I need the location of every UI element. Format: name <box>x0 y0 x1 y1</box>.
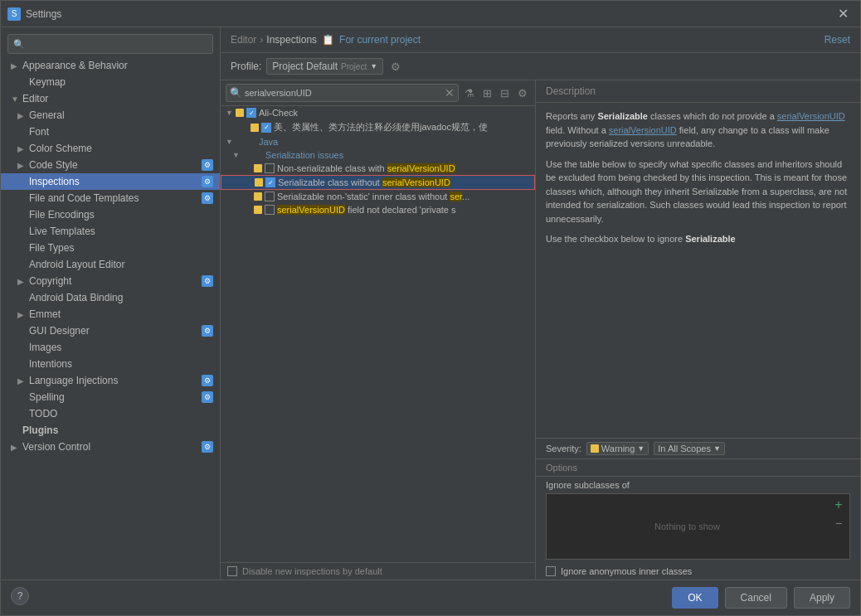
sidebar-item-label: File and Code Templates <box>29 192 139 204</box>
sidebar-item-gui-designer[interactable]: GUI Designer ⚙ <box>1 323 220 339</box>
sidebar-item-file-types[interactable]: File Types <box>1 240 220 256</box>
close-button[interactable]: ✕ <box>833 4 854 23</box>
add-subclass-button[interactable]: + <box>831 497 846 512</box>
sidebar-item-appearance[interactable]: ▶ Appearance & Behavior <box>1 57 220 74</box>
sidebar-item-label: Inspections <box>29 176 80 187</box>
ok-button[interactable]: OK <box>672 587 718 609</box>
severity-select[interactable]: Warning ▼ <box>586 442 649 455</box>
inspection-search-box[interactable]: 🔍 ✕ <box>226 84 459 102</box>
desc-link-serialversionuid-2[interactable]: serialVersionUID <box>609 125 677 135</box>
breadcrumb-tab-icon: 📋 <box>322 34 334 46</box>
sidebar-item-label: Appearance & Behavior <box>22 60 128 71</box>
sidebar-item-copyright[interactable]: ▶ Copyright ⚙ <box>1 273 220 289</box>
sidebar-item-version-control[interactable]: ▶ Version Control ⚙ <box>1 439 220 455</box>
scope-select[interactable]: In All Scopes ▼ <box>654 442 725 455</box>
collapse-all-icon[interactable]: ⊟ <box>498 85 512 101</box>
search-icon: 🔍 <box>230 87 242 99</box>
sidebar-search[interactable]: 🔍 <box>7 34 213 54</box>
ignore-section: Ignore subclasses of Nothing to show + − <box>536 476 860 563</box>
severity-swatch <box>251 124 259 132</box>
sidebar-item-label: File Encodings <box>29 209 95 221</box>
expand-icon: ▼ <box>226 138 236 146</box>
sidebar-item-general[interactable]: ▶ General <box>1 107 220 124</box>
tree-item-ali-note[interactable]: 美、类属性、类方法的注释必须使用javadoc规范，使 <box>221 119 535 135</box>
sidebar-item-images[interactable]: Images <box>1 339 220 356</box>
sidebar-item-file-code-templates[interactable]: File and Code Templates ⚙ <box>1 190 220 206</box>
cancel-button[interactable]: Cancel <box>725 587 787 609</box>
sidebar-item-plugins[interactable]: Plugins <box>1 422 220 439</box>
inspection-panel: 🔍 ✕ ⚗ ⊞ ⊟ ⚙ ▼ <box>221 80 536 580</box>
sidebar-item-label: Android Layout Editor <box>29 259 124 270</box>
panel-header: Editor › Inspections 📋 For current proje… <box>221 27 860 53</box>
sidebar-item-live-templates[interactable]: Live Templates <box>1 223 220 240</box>
expand-icon: ▼ <box>232 151 242 159</box>
profile-select[interactable]: Project Default Project ▼ <box>266 58 383 75</box>
sidebar-item-label: Plugins <box>22 424 58 436</box>
sync-icon[interactable]: ⚙ <box>388 59 403 75</box>
arrow-icon: ▶ <box>17 376 27 386</box>
sidebar-item-language-injections[interactable]: ▶ Language Injections ⚙ <box>1 372 220 389</box>
description-panel: Description Reports any Serializable cla… <box>536 80 860 580</box>
serial-without-checkbox[interactable] <box>265 177 275 187</box>
tree-item-java[interactable]: ▼ Java <box>221 135 535 148</box>
sidebar-item-spelling[interactable]: Spelling ⚙ <box>1 389 220 405</box>
chevron-down-icon: ▼ <box>370 62 377 70</box>
sidebar-item-file-encodings[interactable]: File Encodings <box>1 206 220 223</box>
tree-item-label: Serialization issues <box>265 150 530 160</box>
sidebar-item-label: Live Templates <box>29 226 95 237</box>
sidebar-item-color-scheme[interactable]: ▶ Color Scheme <box>1 140 220 157</box>
tree-item-non-static-inner[interactable]: Serializable non-'static' inner class wi… <box>221 190 535 203</box>
tree-item-ali-check[interactable]: ▼ Ali-Check <box>221 106 535 119</box>
breadcrumb-current: Inspections <box>266 34 317 46</box>
badge-icon: ⚙ <box>202 275 213 287</box>
clear-search-icon[interactable]: ✕ <box>445 87 455 99</box>
arrow-icon: ▶ <box>17 310 27 319</box>
window-title: Settings <box>26 8 833 20</box>
options-label: Options <box>546 463 577 473</box>
reset-button[interactable]: Reset <box>825 34 850 46</box>
sidebar-item-android-data-binding[interactable]: Android Data Binding <box>1 289 220 306</box>
disable-new-checkbox[interactable] <box>227 566 237 576</box>
tree-item-non-serializable[interactable]: Non-serializable class with serialVersio… <box>221 162 535 175</box>
ali-note-checkbox[interactable] <box>261 123 271 133</box>
sidebar-item-editor[interactable]: ▼ Editor <box>1 90 220 107</box>
profile-tag: Project <box>341 62 367 71</box>
sidebar-item-font[interactable]: Font <box>1 124 220 140</box>
desc-strong-serializable: Serializable <box>597 111 648 121</box>
field-not-declared-checkbox[interactable] <box>265 205 275 215</box>
help-button[interactable]: ? <box>11 587 29 605</box>
description-header: Description <box>536 80 860 103</box>
sidebar-item-emmet[interactable]: ▶ Emmet <box>1 306 220 323</box>
filter-icon[interactable]: ⚗ <box>462 85 477 101</box>
arrow-icon: ▼ <box>11 95 21 104</box>
remove-subclass-button[interactable]: − <box>831 516 846 531</box>
desc-paragraph-3: Use the checkbox below to ignore Seriali… <box>546 232 850 246</box>
sidebar-search-input[interactable] <box>28 38 207 50</box>
sidebar-item-todo[interactable]: TODO <box>1 405 220 422</box>
sidebar-item-label: Version Control <box>22 441 90 453</box>
apply-button[interactable]: Apply <box>794 587 850 609</box>
inspection-search-input[interactable] <box>245 88 445 98</box>
severity-swatch <box>255 178 263 187</box>
expand-all-icon[interactable]: ⊞ <box>480 85 494 101</box>
tree-item-serialization[interactable]: ▼ Serialization issues <box>221 148 535 162</box>
desc-paragraph-2: Use the table below to specify what spec… <box>546 158 850 226</box>
disable-new-label: Disable new inspections by default <box>242 566 382 576</box>
tree-item-serializable-without[interactable]: Serializable class without serialVersion… <box>221 175 535 190</box>
settings-icon[interactable]: ⚙ <box>515 85 530 101</box>
sidebar-item-inspections[interactable]: Inspections ⚙ <box>1 173 220 190</box>
non-serial-checkbox[interactable] <box>265 163 275 173</box>
sidebar-item-keymap[interactable]: Keymap <box>1 74 220 90</box>
scope-value: In All Scopes <box>658 444 711 454</box>
anonymous-checkbox[interactable] <box>546 566 556 576</box>
desc-link-serialversionuid[interactable]: serialVersionUID <box>777 111 845 121</box>
sidebar-item-code-style[interactable]: ▶ Code Style ⚙ <box>1 157 220 173</box>
sidebar-item-android-layout-editor[interactable]: Android Layout Editor <box>1 256 220 273</box>
ignore-label: Ignore subclasses of <box>546 480 850 490</box>
ali-check-checkbox[interactable] <box>246 108 256 118</box>
tree-item-field-not-declared[interactable]: serialVersionUID field not declared 'pri… <box>221 203 535 216</box>
sidebar-item-intentions[interactable]: Intentions <box>1 356 220 372</box>
severity-label: Severity: <box>546 444 581 454</box>
tree-item-label: serialVersionUID field not declared 'pri… <box>277 205 530 215</box>
non-static-checkbox[interactable] <box>265 192 275 201</box>
